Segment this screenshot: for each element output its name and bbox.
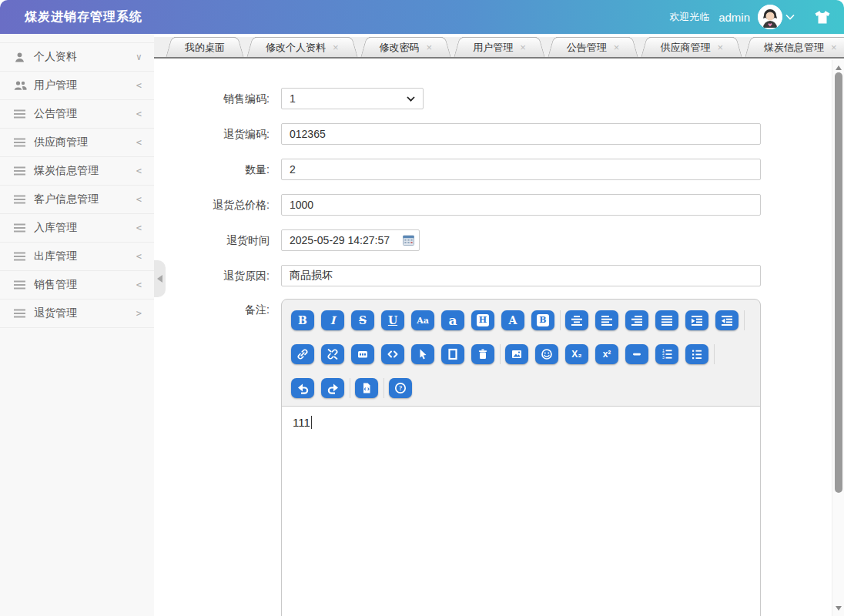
trash-icon [477,348,489,360]
image-button[interactable] [505,344,528,364]
align-justify-button[interactable] [655,310,678,330]
list-icon [14,165,27,177]
calendar-icon[interactable] [403,235,414,249]
source-code-button[interactable] [355,378,378,398]
tab-close-icon[interactable]: × [427,42,433,52]
code-button[interactable] [381,344,404,364]
font-color-button[interactable]: A [501,310,524,330]
link-icon [296,348,309,360]
scrollbar-thumb[interactable] [835,72,842,493]
editor-toolbar-row-1: B I S U Aa a H A B [291,303,754,337]
ordered-list-button[interactable]: 123 [655,344,678,364]
help-button[interactable]: ? [389,378,412,398]
media-button[interactable] [351,344,374,364]
font-size-button[interactable]: Aa [411,310,434,330]
unlink-button[interactable] [321,344,344,364]
sidebar: 个人资料 ∨ 用户管理 < 公告管理 < 供应 [0,34,154,616]
undo-button[interactable] [291,378,314,398]
tab-user-management[interactable]: 用户管理 × [462,37,537,57]
underline-button[interactable]: U [381,310,404,330]
sidebar-item-outbound-management[interactable]: 出库管理 < [0,243,154,271]
sidebar-item-inbound-management[interactable]: 入库管理 < [0,214,154,243]
help-icon: ? [394,382,407,394]
sidebar-item-returns-management[interactable]: 退货管理 > [0,300,154,328]
tab-close-icon[interactable]: × [333,42,339,52]
svg-text:?: ? [399,384,402,392]
chevron-collapsed-icon: < [136,80,142,91]
italic-button[interactable]: I [321,310,344,330]
outdent-button[interactable] [715,310,738,330]
redo-button[interactable] [321,378,344,398]
return-time-input[interactable] [281,229,420,251]
theme-tshirt-icon[interactable] [815,11,830,24]
strikethrough-button[interactable]: S [351,310,374,330]
align-center-button[interactable] [565,310,588,330]
total-price-label: 退货总价格: [154,194,270,216]
editor-toolbar: B I S U Aa a H A B [282,300,760,407]
sidebar-item-customer-info-management[interactable]: 客户信息管理 < [0,186,154,214]
chevron-down-icon[interactable] [785,14,795,20]
tab-close-icon[interactable]: × [717,42,723,52]
return-code-input[interactable] [281,123,761,145]
heading-button[interactable]: H [471,310,494,330]
align-right-icon [631,315,643,326]
total-price-input[interactable] [281,194,761,216]
background-color-icon: B [537,314,549,326]
chevron-open-icon: > [136,308,142,319]
toolbar-separator [560,310,561,330]
align-right-button[interactable] [625,310,648,330]
return-reason-input[interactable] [281,265,761,286]
text-caret [311,416,312,429]
superscript-button[interactable]: x² [595,344,618,364]
chevron-expanded-icon: ∨ [136,52,142,62]
return-time-label: 退货时间 [154,229,270,251]
emoji-button[interactable] [535,344,558,364]
font-size-icon: Aa [417,316,429,325]
avatar[interactable] [758,5,782,29]
bold-button[interactable]: B [291,310,314,330]
link-button[interactable] [291,344,314,364]
image-icon [511,348,523,360]
sidebar-item-supplier-management[interactable]: 供应商管理 < [0,129,154,157]
tab-close-icon[interactable]: × [831,42,837,52]
scroll-down-arrow-icon[interactable] [836,606,842,611]
tab-coal-info-management[interactable]: 煤炭信息管理 × [753,37,844,57]
scroll-up-arrow-icon[interactable] [836,65,842,70]
subscript-button[interactable]: X₂ [565,344,588,364]
editor-content-text: 111 [293,416,310,429]
tab-my-desktop[interactable]: 我的桌面 [174,37,236,57]
select-chevron-icon [407,96,415,102]
sale-code-select[interactable]: 1 [281,88,424,109]
editor-toolbar-row-2: X₂ x² 123 [291,337,754,371]
tab-supplier-management[interactable]: 供应商管理 × [649,37,734,57]
chevron-collapsed-icon: < [136,166,142,176]
toolbar-separator [383,378,384,398]
select-cursor-button[interactable] [411,344,434,364]
frame-button[interactable] [441,344,464,364]
sidebar-item-notice-management[interactable]: 公告管理 < [0,100,154,129]
tab-close-icon[interactable]: × [520,42,526,52]
sidebar-item-sales-management[interactable]: 销售管理 < [0,271,154,300]
tab-close-icon[interactable]: × [614,42,620,52]
sidebar-item-profile[interactable]: 个人资料 ∨ [0,43,154,72]
horizontal-rule-button[interactable] [625,344,648,364]
vertical-scrollbar[interactable] [832,60,844,616]
align-left-button[interactable] [595,310,618,330]
align-center-icon [571,315,583,326]
tab-change-password[interactable]: 修改密码 × [369,37,444,57]
editor-content-area[interactable]: 111 [282,407,760,616]
delete-button[interactable] [471,344,494,364]
unordered-list-button[interactable] [685,344,708,364]
sidebar-collapse-handle[interactable] [154,260,166,297]
tab-notice-management[interactable]: 公告管理 × [556,37,631,57]
align-left-icon [601,315,613,326]
sidebar-item-user-management[interactable]: 用户管理 < [0,72,154,100]
background-color-button[interactable]: B [531,310,554,330]
sidebar-item-coal-info-management[interactable]: 煤炭信息管理 < [0,157,154,186]
media-icon [357,348,369,360]
tab-edit-profile[interactable]: 修改个人资料 × [255,37,350,57]
toolbar-separator [350,378,350,398]
indent-button[interactable] [685,310,708,330]
font-family-button[interactable]: a [441,310,464,330]
quantity-input[interactable] [281,159,761,180]
